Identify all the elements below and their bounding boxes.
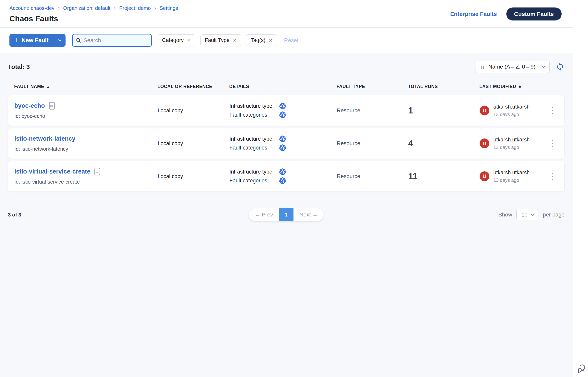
modified-when: 13 days ago xyxy=(493,177,530,183)
fault-categories-label: Fault categories: xyxy=(229,145,279,151)
new-fault-label: New Fault xyxy=(22,37,49,44)
column-header-fault-type: FAULT TYPE xyxy=(337,84,408,89)
filter-chips: Category × Fault Type × Tag(s) × xyxy=(158,35,277,46)
breadcrumb-settings[interactable]: Settings xyxy=(159,5,178,11)
modified-by: utkarsh.utkarsh xyxy=(493,170,530,176)
chevron-down-icon xyxy=(58,38,61,41)
column-header-details: DETAILS xyxy=(229,84,337,89)
avatar: U xyxy=(480,106,489,115)
modified-by: utkarsh.utkarsh xyxy=(493,104,530,110)
chevron-down-icon xyxy=(542,64,545,68)
filter-chip-tags[interactable]: Tag(s) × xyxy=(246,35,277,46)
next-page-button[interactable]: Next → xyxy=(294,208,324,221)
fault-id: Id: istio-network-latency xyxy=(14,146,158,152)
fault-type-value: Resource xyxy=(337,173,408,179)
search-box xyxy=(72,34,152,47)
local-or-reference-value: Local copy xyxy=(158,107,229,114)
avatar: U xyxy=(480,139,489,148)
current-page-button[interactable]: 1 xyxy=(279,208,294,221)
fault-name-cell: istio-network-latency Id: istio-network-… xyxy=(14,135,158,152)
prev-page-button[interactable]: ← Prev xyxy=(249,208,279,221)
sort-both-icon: ▲▼ xyxy=(519,85,521,89)
table-header-row: FAULT NAME ▲ LOCAL OR REFERENCE DETAILS … xyxy=(8,84,565,89)
fault-type-value: Resource xyxy=(337,107,408,114)
list-header: Total: 3 ↑↓ Name (A→Z, 0→9) xyxy=(8,61,565,73)
breadcrumb-separator-icon: › xyxy=(154,5,156,11)
fault-name-cell: istio-virtual-service-create Id: istio-v… xyxy=(14,168,158,185)
kubernetes-icon xyxy=(279,144,286,152)
filter-chip-fault-type[interactable]: Fault Type × xyxy=(200,35,241,46)
row-menu-button[interactable] xyxy=(548,171,556,182)
row-menu-button[interactable] xyxy=(548,105,556,116)
breadcrumb-project[interactable]: Project: demo xyxy=(119,5,151,11)
filter-chip-category[interactable]: Category × xyxy=(158,35,195,46)
breadcrumb-organization[interactable]: Organization: default xyxy=(63,5,110,11)
last-modified-cell: U utkarsh.utkarsh 13 days ago xyxy=(480,137,548,150)
new-fault-dropdown-button[interactable] xyxy=(54,34,66,47)
new-fault-button[interactable]: + New Fault xyxy=(10,34,54,47)
column-header-fault-name[interactable]: FAULT NAME ▲ xyxy=(14,84,158,89)
remove-filter-icon[interactable]: × xyxy=(187,37,191,43)
refresh-button[interactable] xyxy=(555,62,565,71)
row-menu-button[interactable] xyxy=(548,138,556,149)
kubernetes-icon xyxy=(279,177,286,184)
kubernetes-icon xyxy=(279,168,286,176)
per-page-label: per page xyxy=(543,212,565,218)
column-header-last-modified[interactable]: LAST MODIFIED ▲▼ xyxy=(479,84,548,89)
fault-id: Id: byoc-echo xyxy=(14,113,158,119)
remove-filter-icon[interactable]: × xyxy=(269,37,272,43)
fault-categories-label: Fault categories: xyxy=(229,112,279,118)
fault-name-link[interactable]: byoc-echo xyxy=(14,102,45,109)
filter-chip-label: Fault Type xyxy=(205,37,230,43)
fault-row: byoc-echo Id: byoc-echo Local copy Infra… xyxy=(8,95,565,126)
fault-row: istio-network-latency Id: istio-network-… xyxy=(8,128,565,159)
show-label: Show xyxy=(498,212,512,218)
fault-name-cell: byoc-echo Id: byoc-echo xyxy=(14,102,158,119)
infrastructure-type-label: Infrastructure type: xyxy=(229,136,279,142)
new-fault-split-button: + New Fault xyxy=(10,34,66,47)
pager: ← Prev 1 Next → xyxy=(249,208,324,221)
manifest-icon[interactable] xyxy=(94,168,100,176)
column-header-total-runs: TOTAL RUNS xyxy=(408,84,479,89)
fault-id: Id: istio-virtual-service-create xyxy=(14,179,158,185)
enterprise-faults-link[interactable]: Enterprise Faults xyxy=(450,11,497,17)
fault-list: byoc-echo Id: byoc-echo Local copy Infra… xyxy=(8,95,565,192)
chat-icon xyxy=(576,364,586,374)
breadcrumb-account[interactable]: Account: chaos-dev xyxy=(10,5,54,11)
sort-arrows-icon: ↑↓ xyxy=(480,64,484,70)
fault-row: istio-virtual-service-create Id: istio-v… xyxy=(8,161,565,192)
details-cell: Infrastructure type: Fault categories: xyxy=(229,101,337,120)
fault-type-value: Resource xyxy=(337,140,408,147)
modified-when: 13 days ago xyxy=(493,145,530,150)
breadcrumb-separator-icon: › xyxy=(58,5,60,11)
avatar: U xyxy=(480,171,489,181)
infrastructure-type-label: Infrastructure type: xyxy=(229,169,279,175)
page-size-value: 10 xyxy=(521,212,527,218)
kubernetes-icon xyxy=(279,111,286,118)
sort-dropdown-value: Name (A→Z, 0→9) xyxy=(488,64,535,70)
plus-icon: + xyxy=(15,36,19,44)
details-cell: Infrastructure type: Fault categories: xyxy=(229,167,337,186)
remove-filter-icon[interactable]: × xyxy=(233,37,237,43)
filter-chip-label: Tag(s) xyxy=(251,37,265,43)
chevron-down-icon xyxy=(531,212,534,216)
manifest-icon[interactable] xyxy=(49,102,55,110)
sort-dropdown[interactable]: ↑↓ Name (A→Z, 0→9) xyxy=(475,61,550,73)
column-header-local-or-reference: LOCAL OR REFERENCE xyxy=(158,84,229,89)
search-input[interactable] xyxy=(84,37,148,44)
last-modified-cell: U utkarsh.utkarsh 13 days ago xyxy=(480,170,548,183)
custom-faults-button[interactable]: Custom Faults xyxy=(506,8,562,21)
page-size-dropdown[interactable]: 10 xyxy=(516,209,538,220)
chat-help-button[interactable] xyxy=(576,364,586,374)
search-icon xyxy=(76,38,81,43)
fault-categories-label: Fault categories: xyxy=(229,178,279,184)
fault-name-link[interactable]: istio-network-latency xyxy=(14,135,75,142)
pagination: 3 of 3 ← Prev 1 Next → Show 10 per page xyxy=(8,209,565,220)
kubernetes-icon xyxy=(279,102,286,110)
modified-by: utkarsh.utkarsh xyxy=(493,137,530,143)
reset-filters-button[interactable]: Reset xyxy=(284,37,298,44)
sort-ascending-icon: ▲ xyxy=(47,85,50,88)
content-area: Total: 3 ↑↓ Name (A→Z, 0→9) FAULT NAME xyxy=(0,53,573,377)
fault-name-link[interactable]: istio-virtual-service-create xyxy=(14,168,90,175)
kubernetes-icon xyxy=(279,135,286,143)
